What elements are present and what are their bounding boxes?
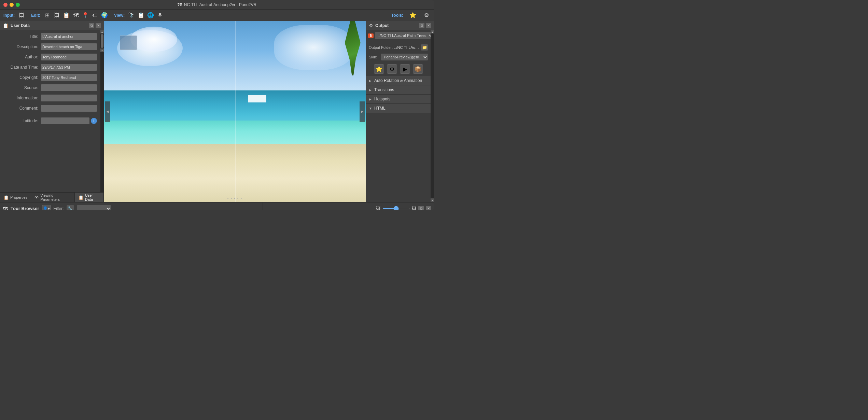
- tab-properties[interactable]: 📋 Properties: [0, 193, 31, 202]
- view-section: View: 🔭 📋 🌐 👁: [114, 11, 164, 19]
- bottom-close-button[interactable]: ✕: [426, 206, 431, 210]
- auto-rotation-arrow: ▶: [369, 79, 372, 83]
- output-dropdown[interactable]: ../NC-TI-LAustral-Palm-Trees: [375, 32, 431, 39]
- comment-label: Comment:: [3, 106, 41, 111]
- view-web-button[interactable]: 🌐: [146, 11, 155, 19]
- output-folder-row: Output Folder: ../NC-TI-LAustral-Palm-Tr…: [366, 43, 431, 52]
- title-input[interactable]: [41, 33, 97, 40]
- tab-viewing-parameters[interactable]: 👁 Viewing Parameters: [31, 193, 75, 202]
- action-star-button[interactable]: ⭐: [374, 64, 384, 74]
- right-scroll-up[interactable]: ▲: [431, 30, 434, 33]
- viewing-tab-icon: 👁: [34, 195, 39, 200]
- latitude-info-button[interactable]: i: [91, 118, 97, 124]
- output-folder-button[interactable]: 📁: [421, 44, 428, 51]
- preview-nav-left[interactable]: ◀: [105, 101, 110, 122]
- view-label: View:: [114, 13, 125, 18]
- right-scroll-down[interactable]: ▼: [431, 198, 434, 202]
- edit-pin-button[interactable]: 📍: [81, 11, 89, 19]
- hotspots-title: Hotspots: [374, 97, 390, 101]
- edit-grid-button[interactable]: ⊞: [43, 11, 51, 19]
- left-scrollbar[interactable]: ▲ ▼: [100, 30, 104, 192]
- preview-split-line: [235, 21, 236, 202]
- html-header[interactable]: ▼ HTML: [366, 104, 431, 113]
- input-section: Input: 🖼: [3, 11, 26, 19]
- filter-icon-button[interactable]: 🔧: [67, 205, 74, 210]
- title-bar: 🗺 NC-TI-L'Austral-Anchor.p2vr - Pano2VR: [0, 0, 434, 10]
- output-close-button[interactable]: ✕: [426, 23, 431, 28]
- minimize-button[interactable]: [10, 3, 14, 7]
- bottom-float-button[interactable]: ⧉: [418, 206, 424, 210]
- edit-doc-button[interactable]: 📋: [62, 11, 70, 19]
- bottom-area: 🗺 Tour Browser 👤▾ Filter: 🔧 1 L'Austral …: [0, 202, 434, 210]
- tools-settings-button[interactable]: ⚙: [422, 11, 431, 19]
- datetime-label: Date and Time:: [3, 65, 41, 70]
- transitions-header[interactable]: ▶ Transitions: [366, 85, 431, 94]
- edit-map-button[interactable]: 🗺: [72, 11, 80, 19]
- output-header-controls: ⧉ ✕: [419, 23, 431, 28]
- right-bottom-header: 🖼 🖼 ⧉ ✕: [263, 202, 434, 210]
- view-clipboard-button[interactable]: 📋: [137, 11, 145, 19]
- auto-rotation-header[interactable]: ▶ Auto Rotation & Animation: [366, 76, 431, 85]
- source-input[interactable]: [41, 84, 97, 91]
- close-button[interactable]: [3, 3, 8, 7]
- main-content: 📋 User Data ⧉ ✕ Title: Description: Auth…: [0, 21, 434, 202]
- action-play-button[interactable]: ▶: [400, 64, 410, 74]
- information-input[interactable]: [41, 95, 97, 101]
- action-box-button[interactable]: 📦: [413, 64, 423, 74]
- preview-thumbnail-overlay: [120, 36, 137, 50]
- user-menu-button[interactable]: 👤▾: [42, 205, 51, 210]
- scroll-up-arrow[interactable]: ▲: [100, 30, 104, 33]
- tour-browser-section: 🗺 Tour Browser 👤▾ Filter: 🔧 1 L'Austral …: [0, 202, 263, 210]
- main-toolbar: Input: 🖼 Edit: ⊞ 🖼 📋 🗺 📍 🏷 🌍 View: 🔭 📋 🌐…: [0, 10, 434, 21]
- ship: [248, 95, 266, 102]
- output-float-button[interactable]: ⧉: [419, 23, 424, 28]
- hotspots-section: ▶ Hotspots: [366, 95, 431, 104]
- cloud-right: [274, 25, 353, 70]
- filter-dropdown[interactable]: [77, 205, 111, 210]
- scroll-thumb[interactable]: [101, 34, 103, 48]
- datetime-input[interactable]: [41, 64, 97, 71]
- right-panel-scrollbar[interactable]: ▲ ▼: [431, 30, 434, 202]
- view-zoom-button[interactable]: 🔭: [127, 11, 136, 19]
- copyright-input[interactable]: [41, 74, 97, 81]
- latitude-input[interactable]: [41, 117, 89, 124]
- comment-input[interactable]: [41, 105, 97, 112]
- html-section: ▼ HTML: [366, 104, 431, 117]
- preview-area: ◀ ▶ • • • • •: [104, 21, 366, 202]
- center-panel: ◀ ▶ • • • • •: [104, 21, 366, 202]
- author-label: Author:: [3, 55, 41, 59]
- tab-user-data[interactable]: 📋 User Data: [75, 193, 104, 202]
- auto-rotation-section: ▶ Auto Rotation & Animation: [366, 76, 431, 85]
- userdata-tab-label: User Data: [85, 193, 100, 201]
- hotspots-header[interactable]: ▶ Hotspots: [366, 95, 431, 103]
- author-input[interactable]: [41, 54, 97, 60]
- output-panel: ⚙ Output ⧉ ✕ 5 ../NC-TI-LAustral-Palm-Tr…: [366, 21, 434, 202]
- action-gear-button[interactable]: ⚙: [387, 64, 397, 74]
- edit-image-button[interactable]: 🖼: [53, 11, 61, 19]
- scroll-down-arrow[interactable]: ▼: [100, 48, 104, 52]
- tab-bar: 📋 Properties 👁 Viewing Parameters 📋 User…: [0, 192, 104, 202]
- edit-tag-button[interactable]: 🏷: [91, 11, 99, 19]
- panel-float-button[interactable]: ⧉: [89, 23, 94, 28]
- latitude-input-row: i: [41, 117, 97, 124]
- edit-globe-button[interactable]: 🌍: [100, 11, 109, 19]
- source-label: Source:: [3, 85, 41, 90]
- maximize-button[interactable]: [16, 3, 20, 7]
- properties-tab-label: Properties: [10, 195, 27, 199]
- copyright-label: Copyright:: [3, 75, 41, 80]
- view-eye-button[interactable]: 👁: [156, 11, 164, 19]
- skin-dropdown[interactable]: Ponant-Preview.ggsk: [381, 54, 428, 60]
- edit-section: Edit: ⊞ 🖼 📋 🗺 📍 🏷 🌍: [31, 11, 109, 19]
- zoom-slider[interactable]: [382, 208, 410, 209]
- input-label: Input:: [3, 13, 15, 18]
- preview-nav-right[interactable]: ▶: [360, 101, 365, 122]
- latitude-label: Latitude:: [3, 118, 41, 123]
- preview-image: ◀ ▶ • • • • •: [104, 21, 366, 202]
- input-open-button[interactable]: 🖼: [17, 11, 26, 19]
- output-action-row: ⭐ ⚙ ▶ 📦: [366, 62, 431, 76]
- panel-close-button[interactable]: ✕: [96, 23, 101, 28]
- properties-tab-icon: 📋: [3, 195, 9, 200]
- tools-star-button[interactable]: ⭐: [409, 11, 417, 19]
- description-input[interactable]: [41, 43, 97, 50]
- window-controls[interactable]: [3, 3, 20, 7]
